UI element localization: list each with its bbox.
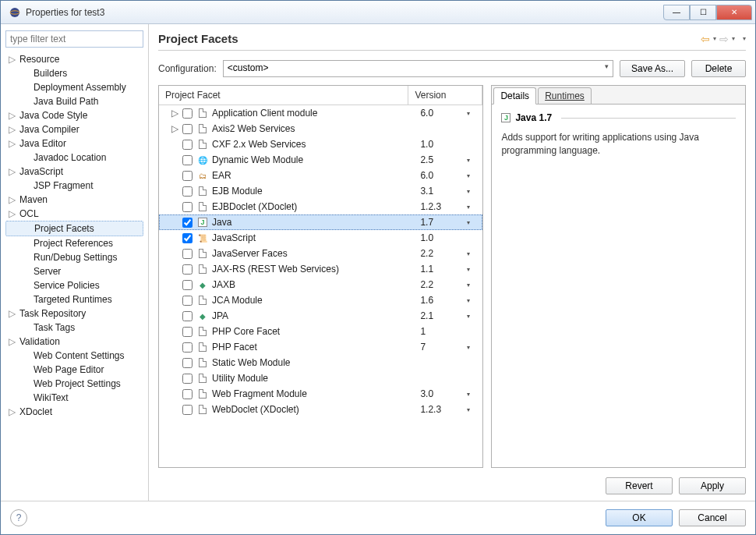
sidebar-item-wikitext[interactable]: WikiText xyxy=(5,391,143,405)
sidebar-item-project-facets[interactable]: Project Facets xyxy=(5,221,143,236)
version-dropdown-icon[interactable]: ▾ xyxy=(467,282,482,289)
facet-row-jaxb[interactable]: ◆JAXB2.2▾ xyxy=(159,277,482,292)
facet-row-jca-module[interactable]: JCA Module1.6▾ xyxy=(159,292,482,308)
column-version[interactable]: Version xyxy=(408,86,482,105)
expand-icon[interactable]: ▷ xyxy=(9,194,16,205)
facet-row-javaserver-faces[interactable]: JavaServer Faces2.2▾ xyxy=(159,246,482,261)
revert-button[interactable]: Revert xyxy=(606,477,673,494)
version-dropdown-icon[interactable]: ▾ xyxy=(467,391,482,398)
sidebar-item-resource[interactable]: ▷Resource xyxy=(5,52,143,66)
facet-row-axis2-web-services[interactable]: ▷Axis2 Web Services xyxy=(159,121,482,136)
sidebar-item-task-tags[interactable]: Task Tags xyxy=(5,321,143,335)
sidebar-item-maven[interactable]: ▷Maven xyxy=(5,193,143,207)
maximize-button[interactable]: ☐ xyxy=(690,5,716,20)
help-button[interactable]: ? xyxy=(10,509,27,526)
delete-button[interactable]: Delete xyxy=(691,60,746,77)
version-dropdown-icon[interactable]: ▾ xyxy=(467,219,482,226)
facet-checkbox[interactable] xyxy=(182,374,193,384)
expand-icon[interactable]: ▷ xyxy=(9,208,16,219)
facet-row-ejb-module[interactable]: EJB Module3.1▾ xyxy=(159,183,482,199)
expand-icon[interactable]: ▷ xyxy=(9,138,16,149)
version-dropdown-icon[interactable]: ▾ xyxy=(467,204,482,211)
facet-checkbox[interactable] xyxy=(182,186,193,197)
sidebar-item-javadoc-location[interactable]: Javadoc Location xyxy=(5,151,143,165)
facet-row-jax-rs-rest-web-services-[interactable]: JAX-RS (REST Web Services)1.1▾ xyxy=(159,261,482,277)
sidebar-item-javascript[interactable]: ▷JavaScript xyxy=(5,165,143,179)
save-as-button[interactable]: Save As... xyxy=(620,60,685,77)
facet-checkbox[interactable] xyxy=(182,358,193,368)
expand-icon[interactable]: ▷ xyxy=(9,54,16,65)
facet-checkbox[interactable] xyxy=(182,389,193,399)
facet-checkbox[interactable] xyxy=(182,311,193,321)
facet-checkbox[interactable] xyxy=(182,249,193,259)
sidebar-item-deployment-assembly[interactable]: Deployment Assembly xyxy=(5,80,143,94)
facet-checkbox[interactable] xyxy=(182,218,193,228)
version-dropdown-icon[interactable]: ▾ xyxy=(467,188,482,195)
expand-icon[interactable]: ▷ xyxy=(9,308,16,319)
sidebar-item-builders[interactable]: Builders xyxy=(5,66,143,80)
apply-button[interactable]: Apply xyxy=(679,477,746,494)
facet-checkbox[interactable] xyxy=(182,124,193,134)
expand-icon[interactable]: ▷ xyxy=(9,406,16,417)
sidebar-item-java-build-path[interactable]: Java Build Path xyxy=(5,94,143,108)
column-project-facet[interactable]: Project Facet xyxy=(159,86,408,105)
facet-checkbox[interactable] xyxy=(182,296,193,306)
sidebar-item-run-debug-settings[interactable]: Run/Debug Settings xyxy=(5,250,143,264)
sidebar-item-service-policies[interactable]: Service Policies xyxy=(5,278,143,292)
version-dropdown-icon[interactable]: ▾ xyxy=(467,250,482,257)
version-dropdown-icon[interactable]: ▾ xyxy=(467,110,482,117)
facet-checkbox[interactable] xyxy=(182,327,193,337)
view-menu-icon[interactable]: ▾ xyxy=(743,35,746,42)
sidebar-item-validation[interactable]: ▷Validation xyxy=(5,335,143,349)
sidebar-item-server[interactable]: Server xyxy=(5,264,143,278)
sidebar-item-ocl[interactable]: ▷OCL xyxy=(5,207,143,221)
sidebar-item-targeted-runtimes[interactable]: Targeted Runtimes xyxy=(5,292,143,306)
expand-icon[interactable]: ▷ xyxy=(9,124,16,135)
facet-checkbox[interactable] xyxy=(182,280,193,290)
sidebar-item-web-content-settings[interactable]: Web Content Settings xyxy=(5,349,143,363)
expand-icon[interactable]: ▷ xyxy=(9,166,16,177)
facet-row-php-facet[interactable]: PHP Facet7▾ xyxy=(159,339,482,355)
expand-icon[interactable]: ▷ xyxy=(9,110,16,121)
facet-row-web-fragment-module[interactable]: Web Fragment Module3.0▾ xyxy=(159,386,482,402)
ok-button[interactable]: OK xyxy=(606,509,673,526)
back-menu-icon[interactable]: ▾ xyxy=(713,35,716,42)
facet-row-dynamic-web-module[interactable]: 🌐Dynamic Web Module2.5▾ xyxy=(159,152,482,168)
facet-row-php-core-facet[interactable]: PHP Core Facet1 xyxy=(159,324,482,339)
facet-row-webdoclet-xdoclet-[interactable]: WebDoclet (XDoclet)1.2.3▾ xyxy=(159,402,482,417)
filter-input[interactable] xyxy=(5,30,143,48)
expand-icon[interactable]: ▷ xyxy=(9,336,16,347)
facet-row-ejbdoclet-xdoclet-[interactable]: EJBDoclet (XDoclet)1.2.3▾ xyxy=(159,199,482,214)
sidebar-item-task-repository[interactable]: ▷Task Repository xyxy=(5,306,143,321)
cancel-button[interactable]: Cancel xyxy=(679,509,746,526)
facet-checkbox[interactable] xyxy=(182,342,193,353)
minimize-button[interactable]: — xyxy=(663,5,690,20)
facet-checkbox[interactable] xyxy=(182,264,193,275)
forward-icon[interactable]: ⇨ xyxy=(719,33,729,45)
version-dropdown-icon[interactable]: ▾ xyxy=(467,157,482,164)
expand-icon[interactable]: ▷ xyxy=(171,123,182,134)
sidebar-item-web-page-editor[interactable]: Web Page Editor xyxy=(5,363,143,377)
back-icon[interactable]: ⇦ xyxy=(701,33,710,45)
facet-checkbox[interactable] xyxy=(182,108,193,119)
close-button[interactable]: ✕ xyxy=(716,5,752,20)
facet-row-static-web-module[interactable]: Static Web Module xyxy=(159,355,482,370)
sidebar-item-jsp-fragment[interactable]: JSP Fragment xyxy=(5,179,143,193)
configuration-select[interactable]: <custom>▾ xyxy=(223,60,613,77)
facet-row-ear[interactable]: 🗂EAR6.0▾ xyxy=(159,168,482,183)
forward-menu-icon[interactable]: ▾ xyxy=(732,35,735,42)
tab-runtimes[interactable]: Runtimes xyxy=(538,87,592,105)
facet-row-jpa[interactable]: ◆JPA2.1▾ xyxy=(159,308,482,324)
expand-icon[interactable]: ▷ xyxy=(171,108,182,119)
facet-checkbox[interactable] xyxy=(182,155,193,165)
facet-checkbox[interactable] xyxy=(182,140,193,150)
facet-checkbox[interactable] xyxy=(182,233,193,243)
sidebar-item-xdoclet[interactable]: ▷XDoclet xyxy=(5,405,143,419)
sidebar-item-project-references[interactable]: Project References xyxy=(5,236,143,250)
version-dropdown-icon[interactable]: ▾ xyxy=(467,313,482,320)
facet-row-javascript[interactable]: 📜JavaScript1.0 xyxy=(159,230,482,246)
sidebar-item-web-project-settings[interactable]: Web Project Settings xyxy=(5,377,143,391)
facet-row-application-client-module[interactable]: ▷Application Client module6.0▾ xyxy=(159,105,482,121)
version-dropdown-icon[interactable]: ▾ xyxy=(467,266,482,273)
facet-checkbox[interactable] xyxy=(182,171,193,181)
